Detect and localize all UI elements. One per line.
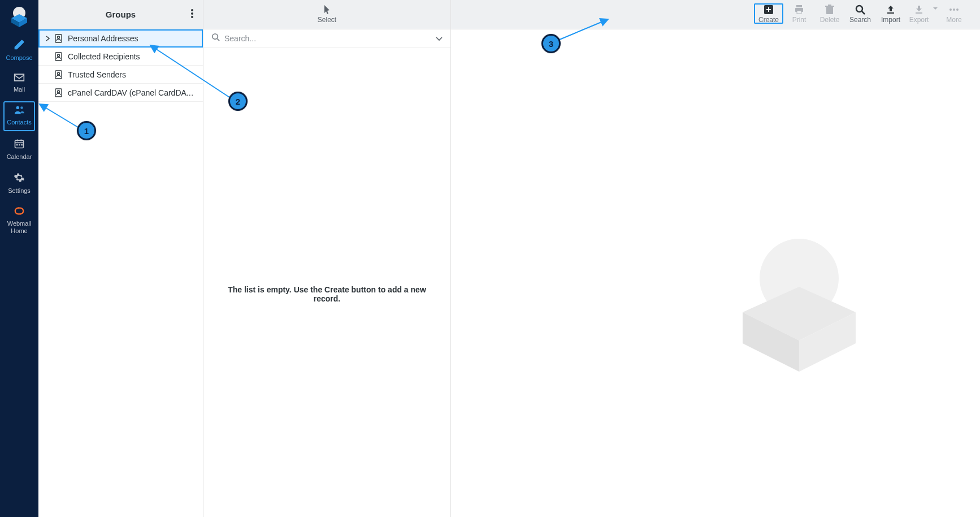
- svg-rect-12: [21, 144, 23, 145]
- annotation-marker-2: 2: [228, 92, 248, 111]
- import-label: Import: [881, 16, 900, 24]
- svg-point-19: [58, 54, 60, 57]
- svg-rect-37: [887, 12, 894, 14]
- print-button[interactable]: Print: [784, 3, 814, 24]
- nav-compose-label: Compose: [3, 54, 35, 62]
- print-icon: [794, 3, 804, 16]
- nav-calendar[interactable]: Calendar: [3, 135, 35, 165]
- nav-webmail-home[interactable]: Webmail Home: [3, 203, 35, 239]
- svg-point-17: [58, 36, 60, 38]
- svg-rect-31: [797, 11, 801, 14]
- nav-webmail-home-label: Webmail Home: [3, 220, 35, 235]
- svg-point-23: [58, 91, 60, 93]
- nav-mail[interactable]: Mail: [3, 70, 35, 98]
- chevron-right-icon: [44, 36, 52, 41]
- upload-icon: [886, 3, 896, 16]
- nav-contacts-label: Contacts: [3, 119, 35, 126]
- group-item-carddav[interactable]: cPanel CardDAV (cPanel CardDAV Address…: [38, 84, 203, 102]
- group-item-collected[interactable]: Collected Recipients: [38, 48, 203, 66]
- print-label: Print: [792, 16, 806, 24]
- list-toolbar: Select: [203, 0, 450, 29]
- groups-menu-button[interactable]: [187, 5, 197, 24]
- contact-list-panel: Select The list is empty. Use the Create…: [203, 0, 451, 517]
- more-label: More: [946, 16, 961, 24]
- group-item-trusted[interactable]: Trusted Senders: [38, 66, 203, 84]
- mail-icon: [3, 73, 35, 84]
- more-icon: [948, 3, 960, 16]
- search-button[interactable]: Search: [845, 3, 875, 24]
- select-button[interactable]: Select: [307, 3, 347, 24]
- svg-rect-33: [825, 6, 834, 7]
- nav-compose[interactable]: Compose: [3, 36, 35, 66]
- delete-label: Delete: [820, 16, 840, 24]
- search-row: [203, 29, 450, 48]
- svg-rect-29: [796, 5, 802, 7]
- gear-icon: [3, 172, 35, 186]
- chevron-down-icon: [436, 37, 443, 41]
- download-icon: [914, 3, 924, 16]
- nav-mail-label: Mail: [3, 86, 35, 93]
- search-icon: [855, 3, 865, 16]
- svg-line-25: [217, 38, 219, 41]
- app-root: Compose Mail Contacts Calendar: [0, 0, 980, 517]
- create-label: Create: [758, 16, 779, 24]
- search-label: Search: [849, 16, 871, 24]
- detail-panel: Create Print Delete Search: [451, 0, 980, 517]
- group-list: Personal Addresses Collected Recipients …: [38, 29, 203, 102]
- svg-point-35: [856, 6, 862, 12]
- svg-point-40: [953, 8, 955, 11]
- nav-settings-label: Settings: [3, 187, 35, 195]
- detail-toolbar: Create Print Delete Search: [451, 0, 980, 29]
- delete-button[interactable]: Delete: [815, 3, 844, 24]
- plus-square-icon: [764, 3, 774, 16]
- search-icon: [211, 33, 220, 44]
- detail-body: [451, 29, 980, 517]
- trash-icon: [825, 3, 834, 16]
- svg-point-15: [191, 16, 193, 18]
- svg-point-4: [16, 106, 19, 109]
- export-button[interactable]: Export: [907, 3, 931, 24]
- app-logo: [8, 6, 31, 28]
- addressbook-icon: [54, 70, 63, 79]
- groups-title: Groups: [38, 10, 203, 19]
- svg-point-5: [20, 107, 23, 110]
- group-item-label: Collected Recipients: [68, 52, 198, 61]
- nav-contacts[interactable]: Contacts: [3, 101, 35, 131]
- svg-point-14: [191, 12, 193, 15]
- search-input[interactable]: [224, 34, 433, 43]
- nav-calendar-label: Calendar: [3, 153, 35, 161]
- select-label: Select: [318, 16, 336, 24]
- svg-point-41: [956, 8, 959, 11]
- export-dropdown-toggle[interactable]: [933, 3, 938, 14]
- search-options-toggle[interactable]: [433, 31, 445, 46]
- group-item-label: cPanel CardDAV (cPanel CardDAV Address…: [68, 88, 198, 97]
- svg-point-39: [949, 8, 952, 11]
- contact-placeholder-image: [726, 239, 873, 377]
- svg-rect-32: [826, 7, 833, 14]
- annotation-marker-1: 1: [77, 121, 96, 140]
- calendar-icon: [3, 138, 35, 152]
- import-button[interactable]: Import: [876, 3, 905, 24]
- addressbook-icon: [54, 52, 63, 61]
- group-item-label: Personal Addresses: [68, 34, 198, 43]
- svg-rect-11: [19, 144, 20, 145]
- addressbook-icon: [54, 88, 63, 97]
- cpanel-icon: [3, 206, 35, 218]
- create-button[interactable]: Create: [754, 3, 783, 24]
- addressbook-icon: [54, 34, 63, 43]
- more-button[interactable]: More: [939, 3, 969, 24]
- annotation-marker-3: 3: [541, 34, 561, 53]
- compose-icon: [3, 39, 35, 53]
- group-item-personal-addresses[interactable]: Personal Addresses: [38, 29, 203, 48]
- svg-rect-10: [16, 144, 18, 145]
- svg-rect-38: [916, 12, 922, 14]
- contacts-icon: [3, 105, 35, 117]
- svg-line-36: [862, 11, 865, 14]
- svg-point-24: [213, 34, 218, 39]
- svg-point-13: [191, 9, 193, 11]
- svg-point-21: [58, 72, 60, 75]
- groups-panel: Groups Personal Addresses Collecte: [38, 0, 203, 517]
- cursor-icon: [323, 3, 331, 16]
- export-label: Export: [909, 16, 929, 24]
- nav-settings[interactable]: Settings: [3, 169, 35, 199]
